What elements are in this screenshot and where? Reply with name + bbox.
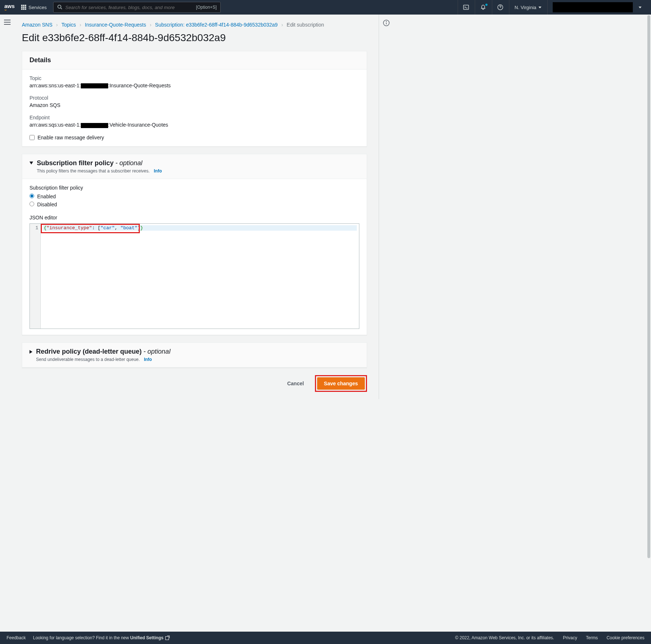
details-panel: Details Topic arn:aws:sns:us-east-1::Ins…: [22, 51, 367, 147]
cloudshell-button[interactable]: [458, 0, 474, 15]
info-panel-toggle[interactable]: [379, 15, 393, 399]
chevron-right-icon: ›: [79, 22, 81, 28]
info-link[interactable]: Info: [154, 168, 162, 174]
filter-policy-radio-group: Enabled Disabled: [29, 194, 359, 207]
raw-message-delivery-checkbox[interactable]: [29, 135, 35, 140]
disabled-radio[interactable]: [29, 202, 34, 206]
enabled-radio-label[interactable]: Enabled: [29, 194, 359, 199]
redrive-policy-heading: Redrive policy (dead-letter queue) - opt…: [36, 348, 170, 355]
aws-logo[interactable]: aws ⌣: [4, 3, 15, 12]
details-heading: Details: [29, 56, 359, 64]
json-content[interactable]: {"insurance_type": ["car", "boat"]}: [41, 224, 359, 329]
triangle-right-icon: [29, 350, 32, 354]
redrive-policy-subtitle: Send undeliverable messages to a dead-le…: [36, 357, 170, 362]
endpoint-label: Endpoint: [29, 115, 359, 120]
services-menu-button[interactable]: Services: [18, 5, 50, 10]
protocol-label: Protocol: [29, 95, 359, 101]
info-link[interactable]: Info: [144, 357, 152, 362]
raw-message-delivery-label: Enable raw message delivery: [38, 135, 104, 140]
chevron-right-icon: ›: [281, 22, 283, 28]
svg-point-9: [386, 21, 386, 22]
redacted-account-id: [81, 123, 108, 128]
json-gutter: 1: [30, 224, 41, 329]
breadcrumb-link[interactable]: Topics: [62, 22, 76, 28]
notification-dot-icon: [485, 4, 488, 6]
filter-policy-heading: Subscription filter policy - optional: [37, 159, 162, 167]
page-title: Edit e33b6fe2-68ff-4f14-884b-9d6532b032a…: [22, 32, 367, 44]
breadcrumb-current: Edit subscription: [287, 22, 324, 28]
topic-label: Topic: [29, 75, 359, 81]
json-line-number: 1: [32, 225, 38, 231]
filter-policy-section-label: Subscription filter policy: [29, 185, 359, 191]
disabled-radio-label[interactable]: Disabled: [29, 202, 359, 207]
form-actions: Cancel Save changes: [22, 375, 367, 392]
global-search[interactable]: [Option+S]: [53, 2, 221, 13]
chevron-right-icon: ›: [150, 22, 151, 28]
cancel-button[interactable]: Cancel: [281, 378, 311, 389]
grid-icon: [21, 5, 26, 10]
search-shortcut-label: [Option+S]: [196, 5, 217, 10]
redrive-policy-header-toggle[interactable]: Redrive policy (dead-letter queue) - opt…: [22, 343, 367, 367]
redrive-policy-panel: Redrive policy (dead-letter queue) - opt…: [22, 342, 367, 368]
breadcrumb-link[interactable]: Subscription: e33b6fe2-68ff-4f14-884b-9d…: [155, 22, 278, 28]
filter-policy-panel: Subscription filter policy - optional Th…: [22, 154, 367, 335]
triangle-down-icon: [29, 162, 33, 164]
sidebar-toggle-button[interactable]: [0, 15, 15, 399]
chevron-down-icon: [639, 7, 642, 8]
enabled-radio[interactable]: [29, 194, 34, 198]
svg-line-1: [61, 8, 62, 9]
topic-value: arn:aws:sns:us-east-1::Insurance-Quote-R…: [29, 83, 359, 88]
svg-point-0: [58, 5, 61, 8]
region-label: N. Virginia: [514, 5, 536, 10]
filter-policy-header-toggle[interactable]: Subscription filter policy - optional Th…: [22, 154, 367, 179]
filter-policy-subtitle: This policy filters the messages that a …: [37, 168, 162, 174]
services-label: Services: [28, 5, 47, 10]
save-changes-button[interactable]: Save changes: [317, 377, 365, 390]
breadcrumb-link[interactable]: Amazon SNS: [22, 22, 52, 28]
protocol-value: Amazon SQS: [29, 102, 359, 108]
breadcrumb-link[interactable]: Insurance-Quote-Requests: [85, 22, 146, 28]
search-icon: [57, 4, 62, 11]
scrollbar-thumb[interactable]: [647, 15, 650, 399]
account-menu[interactable]: [547, 0, 647, 15]
top-navbar: aws ⌣ Services [Option+S] N. Virginia: [0, 0, 651, 15]
json-line: {"insurance_type": ["car", "boat"]}: [43, 225, 357, 231]
chevron-down-icon: [538, 7, 541, 8]
region-selector[interactable]: N. Virginia: [509, 0, 547, 15]
highlight-annotation: Save changes: [315, 375, 367, 392]
scrollbar[interactable]: [647, 15, 651, 399]
chevron-right-icon: ›: [56, 22, 58, 28]
account-name-redacted: [553, 2, 633, 12]
endpoint-value: arn:aws:sqs:us-east-1::Vehicle-Insurance…: [29, 122, 359, 128]
search-input[interactable]: [65, 5, 196, 10]
redacted-account-id: [81, 83, 108, 88]
help-button[interactable]: [492, 0, 508, 15]
json-editor-label: JSON editor: [29, 215, 359, 220]
breadcrumb: Amazon SNS › Topics › Insurance-Quote-Re…: [22, 22, 367, 28]
notifications-button[interactable]: [475, 0, 491, 15]
json-editor[interactable]: 1 {"insurance_type": ["car", "boat"]}: [29, 223, 359, 329]
